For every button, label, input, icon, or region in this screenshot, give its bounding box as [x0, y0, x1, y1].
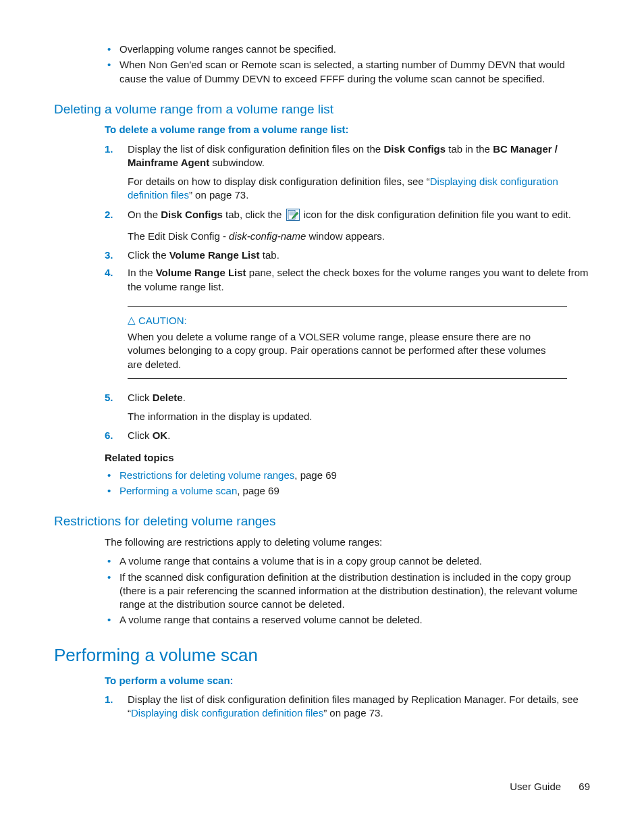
body-text: Overlapping volume ranges cannot be spec… [119, 43, 336, 55]
body-text: If the scanned disk configuration defini… [119, 571, 578, 610]
step-number: 2. [105, 208, 113, 221]
related-topics-list: Restrictions for deleting volume ranges,… [105, 469, 590, 498]
list-item: A volume range that contains a volume th… [105, 554, 590, 568]
procedure-heading: To delete a volume range from a volume r… [105, 123, 590, 136]
body-text: Click OK. [128, 429, 170, 441]
body-text: In the Volume Range List pane, select th… [128, 267, 589, 292]
caution-box: △CAUTION: When you delete a volume range… [128, 306, 567, 379]
link-restrictions-deleting[interactable]: Restrictions for deleting volume ranges [119, 469, 294, 481]
step-number: 1. [105, 693, 113, 706]
body-text: Click the Volume Range List tab. [128, 249, 279, 261]
list-item: Overlapping volume ranges cannot be spec… [105, 43, 590, 56]
list-item: A volume range that contains a reserved … [105, 613, 590, 627]
related-topics-heading: Related topics [105, 451, 590, 465]
step-2: 2. On the Disk Configs tab, click the [105, 208, 590, 244]
footer-label: User Guide [510, 781, 561, 792]
step-3: 3. Click the Volume Range List tab. [105, 249, 590, 262]
body-text: Display the list of disk configuration d… [128, 694, 579, 719]
edit-document-icon [286, 209, 300, 224]
body-text: The following are restrictions apply to … [105, 536, 590, 549]
body-text: Display the list of disk configuration d… [128, 143, 558, 168]
body-text: A volume range that contains a volume th… [119, 555, 482, 567]
document-page: Overlapping volume ranges cannot be spec… [0, 0, 644, 834]
step-1: 1. Display the list of disk configuratio… [105, 142, 590, 203]
body-text: For details on how to display disk confi… [128, 175, 590, 203]
body-text: On the Disk Configs tab, click the [128, 209, 571, 220]
caution-label: △CAUTION: [128, 313, 563, 328]
step-5: 5. Click Delete. The information in the … [105, 391, 590, 424]
list-item: If the scanned disk configuration defini… [105, 571, 590, 612]
intro-bullet-list: Overlapping volume ranges cannot be spec… [105, 43, 590, 86]
step-number: 5. [105, 391, 113, 405]
body-text: The information in the display is update… [128, 410, 590, 423]
link-displaying-disk-config-files[interactable]: Displaying disk configuration definition… [131, 707, 323, 719]
step-4: 4. In the Volume Range List pane, select… [105, 266, 590, 294]
procedure-steps: 1. Display the list of disk configuratio… [105, 142, 590, 294]
body-text: When Non Gen'ed scan or Remote scan is s… [119, 59, 565, 84]
list-item: When Non Gen'ed scan or Remote scan is s… [105, 58, 590, 86]
list-item: Performing a volume scan, page 69 [105, 484, 590, 498]
step-number: 1. [105, 142, 113, 156]
step-6: 6. Click OK. [105, 429, 590, 442]
body-text: A volume range that contains a reserved … [119, 614, 423, 625]
restrictions-list: A volume range that contains a volume th… [105, 554, 590, 627]
section-heading-deleting-volume-range: Deleting a volume range from a volume ra… [54, 101, 590, 118]
warning-triangle-icon: △ [128, 313, 136, 327]
body-text: Click Delete. [128, 392, 186, 403]
procedure-heading: To perform a volume scan: [105, 674, 590, 687]
section-heading-performing-scan: Performing a volume scan [54, 644, 590, 667]
list-item: Restrictions for deleting volume ranges,… [105, 469, 590, 482]
step-number: 4. [105, 266, 113, 280]
page-body: Overlapping volume ranges cannot be spec… [105, 43, 590, 720]
link-performing-volume-scan[interactable]: Performing a volume scan [119, 485, 237, 496]
step-number: 6. [105, 429, 113, 442]
caution-text: When you delete a volume range of a VOLS… [128, 330, 563, 371]
step-1: 1. Display the list of disk configuratio… [105, 693, 590, 721]
page-footer: User Guide 69 [510, 780, 590, 793]
step-number: 3. [105, 249, 113, 262]
page-number: 69 [579, 781, 590, 792]
section-heading-restrictions: Restrictions for deleting volume ranges [54, 513, 590, 530]
body-text: The Edit Disk Config - disk-config-name … [128, 230, 590, 243]
procedure-steps-cont: 5. Click Delete. The information in the … [105, 391, 590, 443]
procedure-steps-scan: 1. Display the list of disk configuratio… [105, 693, 590, 721]
